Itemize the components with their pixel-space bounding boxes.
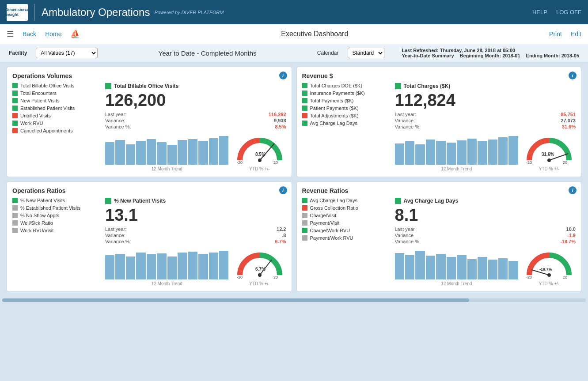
svg-point-11 [258,273,262,277]
last-year-value: 12.2 [277,226,286,232]
bar [478,141,487,165]
metric-row: Variance: .8 [105,233,286,238]
metric-row: Variance %: 8.5% [105,124,286,129]
legend-item[interactable]: Gross Collection Ratio [302,205,391,211]
svg-text:20: 20 [563,275,567,279]
legend-item[interactable]: % Established Patient Visits [12,205,101,211]
bar-chart [105,249,229,279]
green-dot [12,98,18,103]
logo-box: Dimensional Insight [7,4,28,21]
revenue-metrics: Total Charges ($K) 112,824 Last year: 85… [395,83,576,171]
green-dot [302,91,307,96]
bar [126,257,135,279]
metric-row: Variance: 27,073 [395,118,576,123]
gray-dot [302,220,307,226]
edit-button[interactable]: Edit [571,30,581,38]
metric-header: Avg Charge Lag Days [395,198,576,204]
metric-value: 126,200 [105,91,286,110]
revenue-legend: Total Charges DOE ($K) Insurance Payment… [302,83,391,171]
help-link[interactable]: HELP [532,9,547,15]
metric-header: Total Billable Office Visits [105,83,286,89]
variance-label: Variance: [105,233,125,238]
legend-item[interactable]: New Patient Visits [12,98,101,103]
bar [136,141,145,165]
legend-item[interactable]: Total Payments ($K) [302,98,391,103]
legend-item[interactable]: Charge/Visit [302,213,391,218]
ops-ratios-legend: % New Patient Visits % Established Patie… [12,198,101,286]
svg-text:20: 20 [563,160,567,165]
legend-item[interactable]: Cancelled Appointments [12,128,101,133]
legend-item[interactable]: Established Patient Visits [12,106,101,111]
revenue-info-icon[interactable]: i [569,72,577,79]
bar [447,257,456,279]
bar [157,142,166,165]
ops-volumes-legend: Total Billable Office Visits Total Encou… [12,83,101,171]
green-dot [302,106,307,111]
print-button[interactable]: Print [549,30,562,38]
bar [436,254,445,279]
bar [167,257,177,279]
gauge-label: YTD % +/- [249,166,269,171]
ops-ratios-card: Operations Ratios i % New Patient Visits… [7,181,292,292]
main-content: Operations Volumes i Total Billable Offi… [0,62,588,296]
bar [405,141,414,165]
gauge-container: -20 20 -18.7% YTD % +/- [523,249,576,286]
metric-name: % New Patient Visits [114,198,166,204]
legend-item[interactable]: Insurance Payments ($K) [302,91,391,96]
legend-item[interactable]: Work RVU/Visit [12,228,101,233]
legend-item[interactable]: Avg Charge Lag Days [302,121,391,126]
bar [105,255,114,279]
charts-area: 12 Month Trend -20 20 31.6% [395,134,576,171]
gauge-svg: -20 20 31.6% [525,134,573,165]
bar [136,253,145,279]
legend-item[interactable]: Total Encounters [12,91,101,96]
hamburger-menu[interactable]: ☰ [7,29,14,39]
legend-item[interactable]: Total Adjustments ($K) [302,113,391,118]
metric-row: Variance %: 6.7% [105,239,286,244]
home-button[interactable]: Home [45,30,61,38]
legend-item[interactable]: Unbilled Visits [12,113,101,118]
gauge-svg: -20 20 -18.7% [525,249,573,279]
bar-chart-container: 12 Month Trend [395,249,519,286]
calendar-select[interactable]: Standard [348,48,384,58]
red-dot [302,205,307,211]
bar [147,139,156,165]
facility-select[interactable]: All Values (17) [36,48,98,58]
bar [478,257,487,279]
gauge-label: YTD % +/- [539,166,559,171]
metric-row: Last year: 12.2 [105,226,286,232]
scrollbar-thumb[interactable] [2,298,469,302]
legend-item[interactable]: Work RVU [12,121,101,126]
legend-item[interactable]: Payment/Visit [302,220,391,226]
revenue-body: Total Charges DOE ($K) Insurance Payment… [302,83,576,171]
legend-item[interactable]: Patient Payments ($K) [302,106,391,111]
bar [178,140,187,165]
legend-item[interactable]: Total Billable Office Visits [12,83,101,88]
bar [405,255,414,279]
variance-label: Variance: [105,118,125,123]
svg-point-16 [547,273,551,277]
bar [126,144,135,165]
logout-link[interactable]: LOG OFF [556,9,581,15]
bar-chart-container: 12 Month Trend [105,249,229,286]
scrollbar-track[interactable] [2,298,586,302]
legend-item[interactable]: Charge/Work RVU [302,228,391,233]
refresh-info: Last Refreshed: Thursday, June 28, 2018 … [402,48,579,58]
facility-label: Facility [9,50,27,56]
ytd-label: Year-to-Date Summary [402,53,454,58]
ops-volumes-body: Total Billable Office Visits Total Encou… [12,83,286,171]
variance-pct-value: 8.5% [275,124,286,129]
legend-item[interactable]: Well/Sick Ratio [12,220,101,226]
legend-item[interactable]: % New Patient Visits [12,198,101,203]
ops-volumes-info-icon[interactable]: i [279,72,287,79]
ops-ratios-info-icon[interactable]: i [279,186,287,194]
revenue-ratios-info-icon[interactable]: i [569,186,577,194]
back-button[interactable]: Back [23,30,36,38]
home-icon[interactable]: ⛵ [70,29,80,39]
metric-name: Total Charges ($K) [404,83,451,89]
legend-item[interactable]: Avg Charge Lag Days [302,198,391,203]
bar [147,254,156,279]
legend-item[interactable]: % No Show Appts [12,213,101,218]
legend-item[interactable]: Payment/Work RVU [302,235,391,241]
legend-item[interactable]: Total Charges DOE ($K) [302,83,391,88]
